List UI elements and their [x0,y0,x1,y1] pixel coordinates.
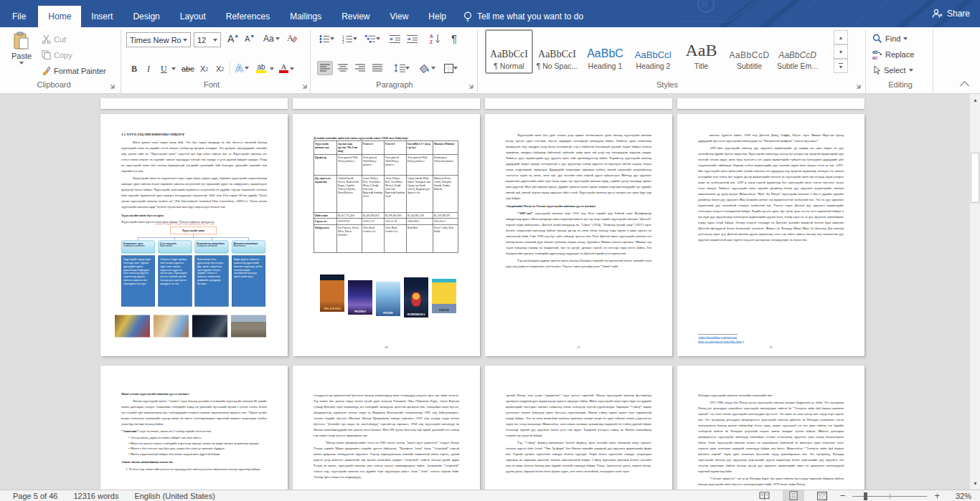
zoom-slider[interactable] [852,491,927,501]
tab-help[interactable]: Help [418,6,456,27]
paragraph: 1. Үгчлэл нэр, анимэ-ийн үгчлэл нь хүүхд… [121,466,267,472]
style-title[interactable]: AaB Title [677,29,725,74]
change-case-button[interactable]: Aa [261,32,282,46]
font-dialog-launcher[interactable] [300,82,308,90]
bold-button[interactable]: B [129,62,139,76]
line-spacing-button[interactable] [392,61,412,75]
show-paragraph-marks-button[interactable]: ¶ [449,31,459,45]
sub-heading: Анимэ болон анимейшны ялгаа нь: [121,460,267,464]
page-9[interactable]: 1.2 ХҮҮХЭЛДЭЙН КИНОНЫ ОНЦЛОГ Кино урлагт… [100,114,288,356]
font-color-dropdown-arrow[interactable] [290,67,294,70]
clipboard-dialog-launcher[interactable] [108,82,116,90]
page-indicator[interactable]: Page 5 of 46 [13,492,57,500]
zoom-out-button[interactable]: − [840,492,846,500]
style-heading-2[interactable]: AaBbCcI Heading 2 [629,29,677,74]
language-indicator[interactable]: English (United States) [134,492,215,500]
superscript-button[interactable]: X2 [214,62,226,76]
style-normal[interactable]: AaBbCcI ¶ Normal [485,29,533,74]
paste-button[interactable]: Paste [7,32,36,65]
frozen-poster: FROZEN [376,282,400,316]
borders-button[interactable] [442,61,460,75]
svg-text:A: A [430,34,433,39]
font-family-value: Times New Ro [130,36,182,44]
page-10[interactable]: Дэлхийн хамгийн ашигтай таван хүүхэлдэйн… [293,114,480,356]
increase-indent-button[interactable] [405,32,420,46]
page-11[interactable]: Хүүхэлдэйн кино бол уран зохиол дээр орш… [485,114,672,356]
font-size-select[interactable]: 12 [194,32,221,47]
text-effects-button[interactable]: A [234,61,251,75]
vertical-scrollbar[interactable]: ▲ ▼ [969,94,980,490]
align-right-button[interactable] [353,61,367,75]
word-count[interactable]: 12316 words [73,492,118,500]
select-button[interactable]: Select [872,65,913,75]
page-13[interactable]: Япон улсын хүүхэлдэйн киноны үүсэл хөгжи… [100,366,288,490]
tab-references[interactable]: References [216,6,280,27]
select-label: Select [884,66,906,75]
shrink-font-button[interactable]: A▼ [242,32,257,46]
highlight-dropdown-arrow[interactable] [270,67,274,70]
clear-formatting-button[interactable]: A [284,31,300,45]
tab-home[interactable]: Home [38,6,81,27]
borders-icon [444,64,453,73]
page-15[interactable]: эртний Хятад, юан дээрх “жүжигчин” гэдэг… [485,366,672,490]
bullets-button[interactable] [317,32,336,46]
zoom-in-button[interactable]: + [934,492,940,500]
scroll-down-button[interactable]: ▼ [970,477,980,490]
underline-dropdown-arrow[interactable] [171,67,176,70]
find-button[interactable]: Find [872,34,908,44]
collapse-ribbon-button[interactable] [961,82,968,90]
text-highlight-button[interactable]: ab [254,61,268,75]
copy-button[interactable]: Copy [42,50,72,59]
page-14[interactable]: гэнэдүүлэхээр ажиглагчтай бүтээсэн бөгөө… [293,366,480,490]
multilevel-list-button[interactable] [363,32,382,46]
print-layout-button[interactable] [783,490,804,501]
page-16[interactable]: Хятадын хүүхэлдэйн киноны хөгжлийн онцло… [677,366,864,490]
decrease-indent-button[interactable] [387,32,402,46]
shading-button[interactable] [418,61,438,75]
zoom-level[interactable]: 32% [947,492,971,500]
tab-review[interactable]: Review [331,6,380,27]
tab-insert[interactable]: Insert [81,6,123,27]
sort-button[interactable]: AZ [428,32,443,46]
styles-scroll-down-button[interactable]: ▼ [834,44,848,59]
font-family-select[interactable]: Times New Ro [126,32,191,47]
replace-button[interactable]: ab ac Replace [872,49,914,59]
read-mode-button[interactable] [754,490,776,501]
tab-view[interactable]: View [380,6,419,27]
tab-layout[interactable]: Layout [170,6,216,27]
clear-formatting-icon: A [286,32,298,44]
style-no-spacing[interactable]: AaBbCcI ¶ No Spac... [533,29,581,74]
zoom-slider-thumb[interactable] [864,492,867,500]
tab-file[interactable]: File [0,6,38,27]
font-group-label: Font [172,80,251,89]
align-center-button[interactable] [336,61,350,75]
justify-button[interactable] [370,61,385,75]
paragraph-dialog-launcher[interactable] [466,82,475,90]
strikethrough-button[interactable]: abc [179,62,197,76]
scroll-up-button[interactable]: ▲ [970,94,980,106]
tab-mailings[interactable]: Mailings [280,6,331,27]
tab-design[interactable]: Design [123,6,169,27]
italic-button[interactable]: I [145,62,152,76]
style-heading-1[interactable]: AaBbC Heading 1 [581,29,629,74]
cut-button[interactable]: Cut [42,34,66,44]
styles-more-button[interactable]: ▼ [834,59,848,73]
share-button[interactable]: Share [932,0,970,27]
style-subtitle[interactable]: AaBbCcD Subtitle [725,29,773,74]
grow-font-button[interactable]: A▲ [225,32,241,46]
style-subtle-emphasis[interactable]: AaBbCcD Subtle Em... [773,29,821,74]
styles-scroll-up-button[interactable]: ▲ [834,30,848,44]
footnote-link[interactable]: https://en.wikipedia.org/wiki/Walt_Disne… [698,340,770,344]
format-painter-button[interactable]: Format Painter [42,66,106,75]
numbering-button[interactable]: 123 [340,32,359,46]
paragraph: гэнэдүүлэхээр ажиглагчтай бүтээсэн бөгөө… [314,392,459,438]
scrollbar-thumb[interactable] [971,153,979,203]
subscript-button[interactable]: X2 [198,62,210,76]
highlight-color-swatch [256,70,266,73]
page-12[interactable]: шагнал хүртсэн байна. 1928 онд Дисней Дю… [677,114,864,356]
align-left-button[interactable] [317,61,333,75]
underline-button[interactable]: U [159,62,169,76]
font-color-button[interactable]: A [277,61,291,75]
web-layout-button[interactable] [811,490,833,501]
tell-me-box[interactable]: Tell me what you want to do [456,6,590,27]
